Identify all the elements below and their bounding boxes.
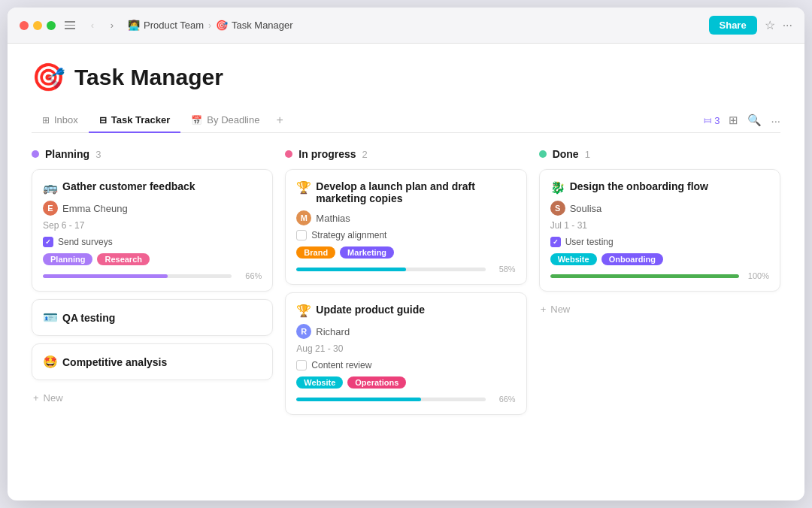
card-emoji-launch: 🏆	[296, 180, 311, 195]
progress-gather: 66%	[43, 271, 262, 280]
progress-fill-onboarding	[550, 274, 739, 278]
page-icon: 🎯	[32, 62, 65, 93]
add-new-label-done: New	[550, 304, 570, 315]
checkbox-surveys[interactable]	[43, 237, 53, 247]
tag-website-guide[interactable]: Website	[296, 376, 343, 389]
tab-inbox-label: Inbox	[54, 114, 78, 125]
tag-website-onboarding[interactable]: Website	[550, 253, 597, 265]
task-label-surveys: Send surveys	[58, 237, 113, 247]
breadcrumb-separator: ›	[208, 20, 211, 31]
traffic-lights	[20, 21, 56, 30]
filter-icon: ⧦	[704, 114, 711, 126]
progress-pct-launch: 58%	[492, 265, 516, 274]
tab-actions: ⧦ 3 ⊞ 🔍 ···	[704, 113, 780, 127]
username-emma: Emma Cheung	[62, 203, 128, 214]
card-text-qa: QA testing	[62, 312, 115, 324]
chart-icon[interactable]: ⊞	[729, 113, 738, 127]
tag-planning[interactable]: Planning	[43, 253, 92, 265]
task-tracker-icon: ⊟	[99, 115, 107, 125]
done-dot	[539, 150, 547, 158]
more-icon[interactable]: ···	[771, 114, 780, 127]
progress-guide: 66%	[296, 395, 515, 404]
titlebar: ‹ › 👩‍💻 Product Team › 🎯 Task Manager Sh…	[8, 8, 804, 44]
more-options-icon[interactable]: ···	[783, 19, 792, 32]
avatar-mathias: M	[296, 210, 311, 225]
breadcrumb-task-manager[interactable]: 🎯 Task Manager	[216, 20, 293, 31]
inbox-icon: ⊞	[42, 115, 50, 125]
product-team-icon: 👩‍💻	[128, 20, 140, 31]
avatar-richard: R	[296, 324, 311, 339]
share-button[interactable]: Share	[709, 16, 757, 35]
menu-icon[interactable]	[65, 20, 77, 32]
tag-marketing[interactable]: Marketing	[340, 246, 394, 259]
inprogress-dot	[285, 150, 292, 158]
username-mathias: Mathias	[316, 213, 350, 224]
add-new-done[interactable]: + New	[539, 299, 780, 319]
card-tags-launch: Brand Marketing	[296, 246, 515, 259]
task-label-user-testing: User testing	[565, 237, 614, 247]
checkbox-user-testing[interactable]	[550, 237, 561, 247]
card-onboarding: 🐉 Design the onboarding flow S Soulisa J…	[539, 169, 780, 292]
card-task-launch: Strategy alignment	[296, 230, 515, 240]
progress-bg-gather	[43, 274, 232, 278]
card-title-onboarding: 🐉 Design the onboarding flow	[550, 180, 769, 195]
card-emoji-gather: 🚌	[43, 180, 58, 195]
avatar-emma: E	[43, 201, 58, 216]
tab-task-tracker[interactable]: ⊟ Task Tracker	[89, 108, 181, 133]
maximize-button[interactable]	[47, 21, 56, 30]
task-manager-icon: 🎯	[216, 20, 228, 31]
search-icon[interactable]: 🔍	[747, 113, 762, 127]
page-header: 🎯 Task Manager	[32, 62, 780, 93]
planning-title: Planning	[45, 148, 89, 160]
titlebar-actions: Share ☆ ···	[709, 16, 792, 35]
card-task-gather: Send surveys	[43, 237, 262, 247]
minimize-button[interactable]	[33, 21, 42, 30]
close-button[interactable]	[20, 21, 29, 30]
star-icon[interactable]: ☆	[765, 18, 775, 32]
progress-bg-guide	[296, 398, 485, 401]
card-title-gather: 🚌 Gather customer feedback	[43, 180, 262, 195]
checkbox-content[interactable]	[296, 360, 307, 370]
inprogress-count: 2	[362, 149, 368, 160]
tab-by-deadline-label: By Deadline	[207, 114, 259, 125]
tag-onboarding[interactable]: Onboarding	[601, 253, 663, 265]
card-date-gather: Sep 6 - 17	[43, 220, 262, 231]
card-product-guide: 🏆 Update product guide R Richard Aug 21 …	[285, 292, 526, 415]
tag-research[interactable]: Research	[97, 253, 150, 265]
username-soulisa: Soulisa	[570, 203, 602, 214]
progress-pct-guide: 66%	[492, 395, 516, 404]
add-tab-button[interactable]: +	[270, 110, 289, 130]
card-user-guide: R Richard	[296, 324, 515, 339]
breadcrumb-product-team[interactable]: 👩‍💻 Product Team	[128, 20, 204, 31]
main-content: 🎯 Task Manager ⊞ Inbox ⊟ Task Tracker 📅 …	[8, 44, 804, 500]
tag-brand[interactable]: Brand	[296, 246, 335, 259]
col-header-done: Done 1	[539, 148, 780, 160]
card-user-launch: M Mathias	[296, 210, 515, 225]
card-text-gather: Gather customer feedback	[62, 180, 195, 192]
planning-count: 3	[95, 149, 101, 160]
progress-fill-guide	[296, 398, 421, 401]
tab-inbox[interactable]: ⊞ Inbox	[32, 108, 89, 133]
forward-button[interactable]: ›	[104, 17, 120, 34]
planning-dot	[32, 150, 39, 158]
breadcrumb: 👩‍💻 Product Team › 🎯 Task Manager	[128, 20, 709, 31]
back-button[interactable]: ‹	[84, 17, 101, 34]
app-window: ‹ › 👩‍💻 Product Team › 🎯 Task Manager Sh…	[8, 8, 804, 500]
filter-button[interactable]: ⧦ 3	[704, 114, 720, 126]
add-new-planning[interactable]: + New	[32, 388, 273, 408]
tag-operations[interactable]: Operations	[347, 376, 406, 389]
col-header-planning: Planning 3	[32, 148, 273, 160]
progress-onboarding: 100%	[550, 271, 769, 280]
username-richard: Richard	[316, 326, 350, 337]
task-label-content: Content review	[311, 360, 371, 370]
product-team-label: Product Team	[144, 20, 204, 31]
checkbox-strategy[interactable]	[296, 230, 307, 240]
card-emoji-qa: 🪪	[43, 310, 58, 325]
card-tags-guide: Website Operations	[296, 376, 515, 389]
card-emoji-guide: 🏆	[296, 304, 311, 318]
card-task-onboarding: User testing	[550, 237, 769, 247]
card-date-onboarding: Jul 1 - 31	[550, 220, 769, 231]
card-emoji-comp: 🤩	[43, 355, 58, 369]
column-in-progress: In progress 2 🏆 Develop a launch plan an…	[285, 148, 526, 422]
tab-by-deadline[interactable]: 📅 By Deadline	[180, 108, 270, 133]
